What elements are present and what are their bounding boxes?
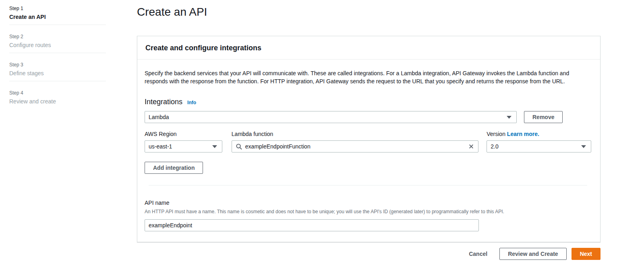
aws-region-label: AWS Region [145, 131, 222, 137]
lambda-function-search [232, 140, 478, 152]
search-icon [236, 144, 242, 150]
api-name-helper: An HTTP API must have a name. This name … [145, 209, 591, 214]
lambda-function-input[interactable] [245, 143, 465, 150]
aws-region-value: us-east-1 [149, 143, 172, 150]
step-number: Step 3 [9, 62, 137, 68]
card-header: Create and configure integrations [137, 36, 600, 60]
add-integration-button[interactable]: Add integration [145, 162, 203, 174]
step-number: Step 4 [9, 90, 137, 96]
integrations-heading: Integrations [145, 98, 182, 106]
page-title: Create an API [137, 6, 601, 19]
card-body: Specify the backend services that your A… [137, 69, 600, 242]
cancel-button[interactable]: Cancel [469, 251, 487, 257]
version-value: 2.0 [491, 143, 498, 150]
step-number: Step 2 [9, 34, 137, 39]
step-title: Define stages [9, 70, 137, 76]
remove-button[interactable]: Remove [524, 111, 563, 123]
clear-icon[interactable] [468, 144, 474, 149]
wizard-footer: Cancel Review and Create Next [137, 248, 601, 260]
chevron-down-icon [212, 145, 217, 148]
step-title: Create an API [9, 14, 137, 20]
api-name-input[interactable] [145, 219, 479, 231]
version-label-row: Version Learn more. [487, 131, 591, 137]
create-api-page: Step 1 Create an API Step 2 Configure ro… [0, 0, 644, 276]
step-divider [9, 25, 106, 25]
integration-fields-row: AWS Region us-east-1 Lambda function [145, 131, 591, 152]
sidebar-step-4[interactable]: Step 4 Review and create [9, 90, 137, 109]
step-divider [9, 53, 106, 53]
info-link[interactable]: Info [187, 100, 196, 105]
step-number: Step 1 [9, 6, 137, 11]
wizard-steps-sidebar: Step 1 Create an API Step 2 Configure ro… [0, 0, 137, 276]
next-button[interactable]: Next [572, 248, 601, 260]
step-title: Review and create [9, 98, 137, 105]
integration-type-select[interactable]: Lambda [145, 111, 517, 123]
version-field: Version Learn more. 2.0 [487, 131, 591, 152]
aws-region-field: AWS Region us-east-1 [145, 131, 222, 152]
integration-type-value: Lambda [149, 114, 169, 120]
sidebar-step-1[interactable]: Step 1 Create an API [9, 6, 137, 25]
version-select[interactable]: 2.0 [487, 140, 591, 152]
review-and-create-button[interactable]: Review and Create [499, 248, 567, 260]
learn-more-link[interactable]: Learn more. [507, 131, 539, 137]
step-divider [9, 81, 106, 81]
card-description: Specify the backend services that your A… [145, 69, 582, 85]
api-name-label: API name [145, 200, 591, 206]
integrations-heading-row: Integrations Info [145, 98, 591, 106]
lambda-function-label: Lambda function [232, 131, 478, 137]
section-divider [149, 185, 587, 185]
main-content: Create an API Create and configure integ… [137, 0, 601, 276]
version-label: Version [487, 131, 505, 137]
integrations-card: Create and configure integrations Specif… [137, 36, 601, 242]
step-title: Configure routes [9, 42, 137, 48]
lambda-function-field: Lambda function [232, 131, 478, 152]
integration-type-row: Lambda Remove [145, 111, 591, 123]
api-name-section: API name An HTTP API must have a name. T… [145, 200, 591, 231]
chevron-down-icon [507, 116, 511, 119]
sidebar-step-3[interactable]: Step 3 Define stages [9, 62, 137, 81]
chevron-down-icon [581, 145, 586, 148]
aws-region-select[interactable]: us-east-1 [145, 140, 222, 152]
card-title: Create and configure integrations [145, 44, 592, 52]
sidebar-step-2[interactable]: Step 2 Configure routes [9, 34, 137, 53]
